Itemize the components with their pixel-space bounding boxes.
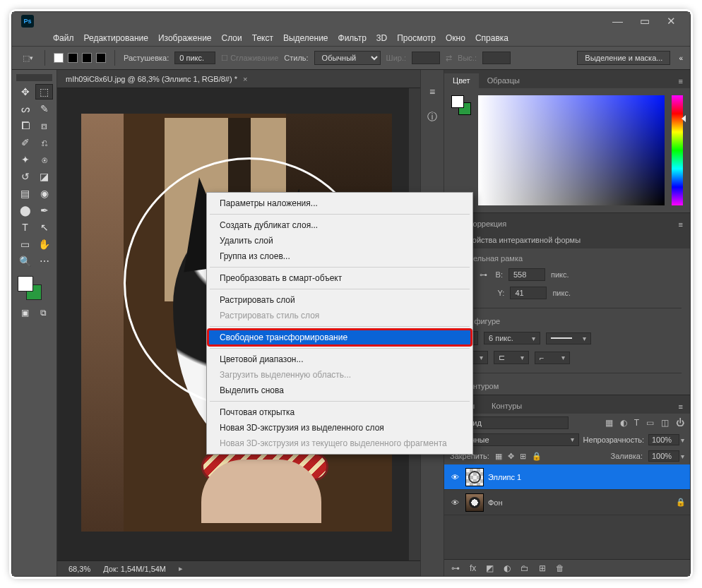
tab-paths[interactable]: Контуры (483, 399, 530, 414)
info-panel-icon[interactable]: ⓘ (424, 109, 440, 125)
menu-type[interactable]: Текст (252, 33, 273, 43)
tab-swatches[interactable]: Образцы (479, 73, 528, 88)
eyedropper-tool[interactable]: ✐ (16, 135, 34, 150)
context-menu-item[interactable]: Новая 3D-экструзия из выделенного слоя (208, 420, 471, 436)
visibility-icon[interactable]: 👁 (448, 473, 461, 481)
close-tab-icon[interactable]: × (243, 75, 247, 83)
status-more-icon[interactable]: ▸ (179, 564, 183, 573)
document-tab[interactable]: mIh09iC8x6U.jpg @ 68,3% (Эллипс 1, RGB/8… (57, 70, 420, 88)
menu-select[interactable]: Выделение (283, 33, 328, 43)
layer-filter-select[interactable] (464, 416, 569, 429)
context-menu-item[interactable]: Свободное трансформирование (208, 330, 471, 345)
feather-input[interactable] (174, 52, 215, 64)
edit-toolbar[interactable]: ⋯ (35, 253, 53, 269)
fill-input[interactable] (648, 450, 679, 462)
tool-preset-icon[interactable]: ⬚▾ (19, 49, 36, 66)
menu-edit[interactable]: Редактирование (84, 33, 148, 43)
panel-menu-icon[interactable]: ≡ (672, 217, 690, 232)
panel-menu-icon[interactable]: ≡ (672, 74, 690, 88)
history-brush-tool[interactable]: ↺ (16, 169, 34, 184)
menu-image[interactable]: Изображение (158, 33, 212, 43)
opacity-input[interactable] (648, 434, 679, 445)
filter-shape-icon[interactable]: ▭ (646, 418, 654, 428)
zoom-level[interactable]: 68,3% (69, 565, 90, 573)
context-menu-item[interactable]: Параметры наложения... (208, 196, 471, 211)
menu-window[interactable]: Окно (446, 33, 465, 43)
y-value[interactable] (510, 287, 547, 299)
path-select-tool[interactable]: ↖ (35, 220, 53, 235)
stroke-style-select[interactable]: ▾ (546, 332, 591, 344)
cap-select[interactable]: ⊏▾ (494, 351, 529, 364)
link-layers-icon[interactable]: ⊶ (451, 563, 460, 573)
menu-file[interactable]: Файл (53, 33, 74, 43)
filter-type-icon[interactable]: T (634, 418, 639, 428)
context-menu-item[interactable]: Выделить снова (208, 383, 471, 398)
eraser-tool[interactable]: ◪ (35, 169, 53, 184)
new-selection-icon[interactable] (54, 53, 64, 63)
maximize-button[interactable]: ▭ (640, 15, 650, 28)
new-layer-icon[interactable]: ⊞ (539, 563, 546, 573)
optbar-collapse-icon[interactable]: « (679, 54, 683, 62)
zoom-tool[interactable]: 🔍 (16, 253, 34, 269)
filter-adjust-icon[interactable]: ◐ (620, 418, 627, 428)
context-menu-item[interactable]: Преобразовать в смарт-объект (208, 270, 471, 286)
context-menu-item[interactable]: Растрировать слой (208, 292, 471, 308)
style-select[interactable]: Обычный (314, 51, 381, 65)
close-button[interactable]: ✕ (667, 15, 676, 28)
context-menu-item[interactable]: Группа из слоев... (208, 248, 471, 264)
subtract-selection-icon[interactable] (82, 53, 92, 63)
quick-mask-icon[interactable]: ▣ (18, 306, 33, 320)
stamp-tool[interactable]: ⍟ (35, 152, 53, 167)
menu-view[interactable]: Просмотр (397, 33, 436, 43)
context-menu-item[interactable]: Создать дубликат слоя... (208, 217, 471, 233)
link-dimensions-icon[interactable]: ⊶ (477, 270, 490, 280)
color-spectrum[interactable] (478, 95, 665, 205)
shape-tool[interactable]: ▭ (16, 236, 34, 252)
dodge-tool[interactable]: ⬤ (16, 203, 34, 218)
hue-slider[interactable] (672, 95, 683, 205)
pen-tool[interactable]: ✒ (35, 203, 53, 218)
delete-layer-icon[interactable]: 🗑 (556, 563, 564, 573)
layer-mask-icon[interactable]: ◩ (486, 563, 494, 573)
layer-row[interactable]: 👁 Фон 🔒 (444, 490, 690, 515)
panel-menu-icon[interactable]: ≡ (672, 400, 690, 414)
color-swatch[interactable] (18, 276, 42, 300)
context-menu-item[interactable]: Почтовая открытка (208, 404, 471, 420)
menu-help[interactable]: Справка (475, 33, 508, 43)
lock-pixels-icon[interactable]: ▦ (495, 452, 502, 461)
layer-fx-icon[interactable]: fx (470, 563, 476, 573)
foreground-color[interactable] (18, 276, 33, 292)
move-tool[interactable]: ✥ (16, 84, 34, 100)
gradient-tool[interactable]: ▤ (16, 186, 34, 201)
filter-smart-icon[interactable]: ◫ (661, 418, 669, 428)
add-selection-icon[interactable] (68, 53, 78, 63)
quick-select-tool[interactable]: ✎ (35, 101, 53, 116)
menu-filter[interactable]: Фильтр (338, 33, 367, 43)
screen-mode-icon[interactable]: ⧉ (36, 306, 52, 320)
menu-layer[interactable]: Слои (222, 33, 242, 43)
select-and-mask-button[interactable]: Выделение и маска... (577, 51, 670, 65)
layer-thumbnail[interactable] (465, 468, 484, 486)
adjustment-layer-icon[interactable]: ◐ (504, 563, 511, 573)
stroke-width-select[interactable]: 6 пикс.▾ (484, 332, 540, 344)
visibility-icon[interactable]: 👁 (448, 498, 461, 507)
history-panel-icon[interactable]: ≡ (424, 84, 440, 100)
lock-position-icon[interactable]: ✥ (508, 452, 514, 461)
group-icon[interactable]: 🗀 (520, 563, 529, 573)
width-value[interactable] (508, 268, 545, 281)
type-tool[interactable]: T (16, 220, 34, 235)
join-select[interactable]: ⌐▾ (535, 352, 570, 364)
layer-name[interactable]: Эллипс 1 (488, 473, 521, 481)
brush-tool[interactable]: ✦ (16, 152, 34, 167)
fgbg-swatch[interactable] (451, 95, 471, 115)
minimize-button[interactable]: — (612, 15, 623, 28)
intersect-selection-icon[interactable] (96, 53, 106, 63)
filter-toggle-icon[interactable]: ⏻ (676, 418, 684, 428)
menu-3d[interactable]: 3D (376, 33, 387, 43)
context-menu-item[interactable]: Цветовой диапазон... (208, 352, 471, 367)
layer-thumbnail[interactable] (465, 493, 484, 512)
lock-all-icon[interactable]: 🔒 (532, 452, 542, 461)
heal-tool[interactable]: ⎌ (35, 135, 53, 150)
context-menu-item[interactable]: Удалить слой (208, 233, 471, 248)
filter-pixel-icon[interactable]: ▦ (605, 418, 613, 428)
